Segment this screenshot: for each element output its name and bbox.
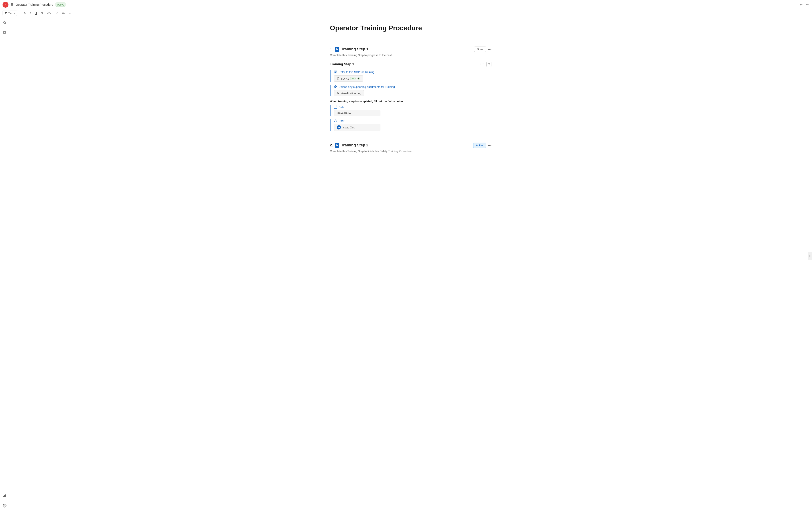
date-input[interactable]: 2024-10-24: [334, 110, 380, 116]
sop-label: Refer to this SOP for Training: [334, 70, 491, 74]
content-area: Operator Training Procedure 1.: [9, 17, 812, 512]
svg-rect-18: [334, 106, 337, 109]
sidebar-settings-icon[interactable]: [2, 503, 7, 509]
step-2-icon: [335, 143, 339, 148]
svg-rect-16: [335, 73, 336, 73]
step-2-title-group: 2. Training Step 2: [330, 143, 368, 148]
step-1-icon: [335, 47, 339, 52]
step-1-description: Complete this Training Step to progress …: [330, 54, 491, 57]
toolbar-divider-1: [20, 11, 20, 16]
align-button[interactable]: ≡: [68, 11, 72, 16]
sop-file[interactable]: SOP 1 v2: [334, 75, 363, 82]
fields-section: When training step is completed, fill ou…: [330, 99, 491, 131]
step-2-section: 2. Training Step 2 Active •••: [330, 138, 491, 157]
svg-rect-9: [4, 495, 5, 497]
upload-file[interactable]: visualization.png: [334, 90, 364, 96]
step-2-name: Training Step 2: [341, 143, 368, 147]
svg-line-6: [5, 23, 6, 24]
sop-version-icon: [357, 77, 360, 80]
format-select[interactable]: Text ▾: [3, 10, 17, 16]
undo-button[interactable]: ↩: [799, 2, 803, 7]
bold-button[interactable]: B: [22, 11, 27, 16]
step-2-more-button[interactable]: •••: [488, 143, 491, 147]
step-counter: 1 / 1: [480, 63, 485, 66]
date-value: 2024-10-24: [337, 112, 351, 115]
format-label: Text: [8, 11, 13, 15]
sidebar-search-icon[interactable]: [2, 20, 7, 26]
redo-button[interactable]: ↪: [805, 2, 809, 7]
superscript-button[interactable]: X2: [54, 11, 59, 16]
content-wrapper: Operator Training Procedure 1.: [9, 17, 812, 164]
calendar-icon: [334, 105, 337, 109]
step-1-more-button[interactable]: •••: [488, 48, 491, 51]
step-1-section: 1. Training Step 1 Done •••: [330, 42, 491, 138]
strikethrough-button[interactable]: S: [40, 11, 44, 16]
user-initials: IO: [338, 126, 340, 129]
date-field-label: Date: [334, 105, 491, 109]
user-name: Isaac Ong: [343, 126, 355, 129]
sidebar-chart-icon[interactable]: [2, 493, 7, 500]
left-sidebar: [0, 17, 9, 512]
main-layout: Operator Training Procedure 1.: [0, 17, 812, 512]
page-title-bar: Operator Training Procedure Active: [16, 3, 66, 7]
upload-label-text: Upload any supporting documents for Trai…: [339, 85, 395, 88]
step-1-header-right: Done •••: [474, 47, 491, 52]
svg-marker-12: [337, 48, 338, 50]
app-logo[interactable]: P: [3, 2, 8, 8]
training-step-1-header: Training Step 1 1 / 1: [330, 62, 491, 67]
code-button[interactable]: </>: [46, 11, 53, 16]
right-panel-arrow[interactable]: [808, 252, 812, 260]
underline-button[interactable]: U: [34, 11, 38, 16]
chevron-down-icon: ▾: [14, 12, 15, 15]
upload-filename: visualization.png: [341, 92, 361, 95]
italic-button[interactable]: I: [29, 11, 32, 16]
sop-section: Refer to this SOP for Training SOP 1 v2: [330, 70, 491, 82]
page-title: Operator Training Procedure: [16, 3, 53, 6]
user-field-label: User: [334, 119, 491, 122]
step-1-header: 1. Training Step 1 Done •••: [330, 47, 491, 52]
expand-button[interactable]: [486, 62, 491, 67]
top-bar-left: P ☰ Operator Training Procedure Active: [3, 2, 799, 8]
step-2-active-button[interactable]: Active: [473, 143, 486, 148]
paperclip-icon: [334, 85, 337, 88]
upload-label: Upload any supporting documents for Trai…: [334, 85, 491, 88]
user-avatar: IO: [337, 125, 341, 130]
step-2-header-right: Active •••: [473, 143, 491, 148]
document: Operator Training Procedure 1.: [320, 17, 501, 164]
sop-label-text: Refer to this SOP for Training: [339, 70, 375, 74]
status-badge: Active: [55, 3, 66, 7]
app-container: P ☰ Operator Training Procedure Active ↩…: [0, 0, 812, 512]
svg-rect-15: [335, 72, 336, 72]
step-1-number: 1.: [330, 47, 333, 51]
top-bar-right: ↩ ↪: [799, 2, 809, 7]
svg-point-11: [4, 505, 5, 506]
training-step-1-content: Training Step 1 1 / 1: [330, 62, 491, 131]
step-2-number: 2.: [330, 143, 333, 147]
sidebar-inbox-icon[interactable]: [2, 30, 7, 36]
subscript-button[interactable]: X2: [61, 11, 66, 16]
format-toolbar: Text ▾ B I U S </> X2 X2 ≡: [0, 9, 812, 17]
svg-rect-4: [5, 14, 7, 15]
step-1-done-button[interactable]: Done: [474, 47, 486, 52]
expand-icon: [488, 63, 490, 65]
text-format-icon: [4, 12, 7, 15]
svg-rect-14: [335, 71, 337, 72]
breadcrumb-icon[interactable]: ☰: [10, 3, 13, 6]
date-label-text: Date: [339, 106, 344, 109]
sidebar-bottom: [2, 493, 7, 509]
user-input[interactable]: IO Isaac Ong: [334, 124, 380, 131]
top-bar: P ☰ Operator Training Procedure Active ↩…: [0, 0, 812, 9]
svg-marker-23: [337, 144, 338, 146]
fields-intro: When training step is completed, fill ou…: [330, 99, 491, 103]
file-icon: [337, 77, 340, 80]
version-badge: v2: [350, 77, 356, 80]
sop-link-icon: [334, 70, 337, 74]
chevron-right-icon: [809, 255, 811, 257]
training-step-1-label: Training Step 1: [330, 62, 354, 66]
step-2-header: 2. Training Step 2 Active •••: [330, 143, 491, 148]
svg-text:P: P: [5, 4, 6, 6]
user-label-text: User: [339, 119, 344, 122]
step-1-name: Training Step 1: [341, 47, 368, 51]
upload-section: Upload any supporting documents for Trai…: [330, 85, 491, 96]
document-title: Operator Training Procedure: [330, 24, 491, 37]
